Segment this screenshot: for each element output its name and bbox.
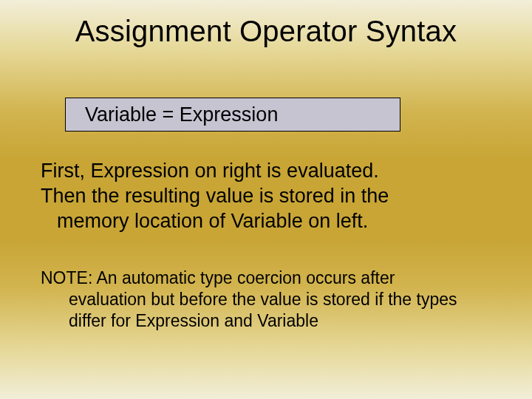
body-line-3: memory location of Variable on left. [41,209,491,234]
note-line-3: differ for Expression and Variable [41,310,491,332]
body-line-1: First, Expression on right is evaluated. [41,160,379,182]
slide: Assignment Operator Syntax Variable = Ex… [0,0,532,399]
body-line-2: Then the resulting value is stored in th… [41,184,491,209]
note-line-2: evaluation but before the value is store… [41,289,491,310]
syntax-text: Variable = Expression [85,103,278,126]
note-text: NOTE: An automatic type coercion occurs … [41,267,491,331]
syntax-box: Variable = Expression [65,98,400,132]
slide-title: Assignment Operator Syntax [0,15,532,48]
body-text: First, Expression on right is evaluated.… [41,159,491,233]
note-line-1: NOTE: An automatic type coercion occurs … [41,267,491,289]
